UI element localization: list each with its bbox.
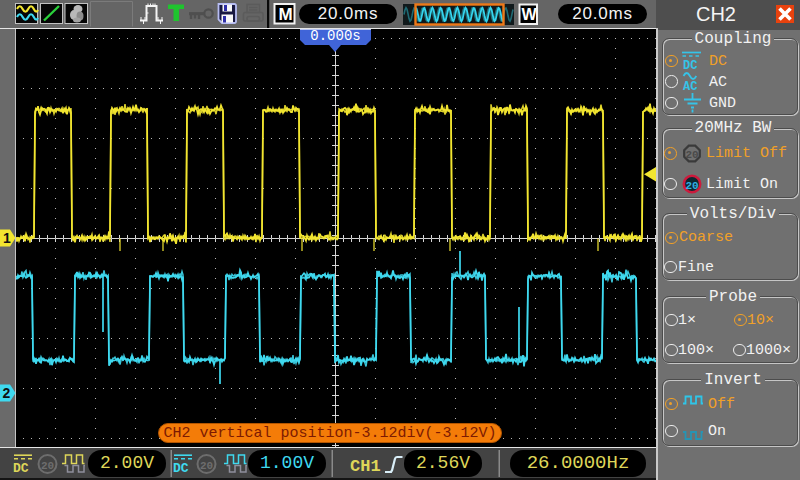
svg-text:DC: DC (683, 59, 697, 73)
svg-text:20: 20 (200, 460, 213, 472)
svg-text:DC: DC (13, 461, 29, 476)
svg-text:DC: DC (173, 461, 189, 476)
svg-text:CH1: CH1 (350, 457, 381, 476)
svg-text:W: W (522, 6, 538, 23)
svg-text:AC: AC (683, 80, 697, 94)
svg-text:20: 20 (686, 149, 699, 161)
svg-text:M: M (279, 5, 293, 24)
svg-text:20: 20 (41, 460, 54, 472)
svg-text:20: 20 (686, 180, 699, 192)
